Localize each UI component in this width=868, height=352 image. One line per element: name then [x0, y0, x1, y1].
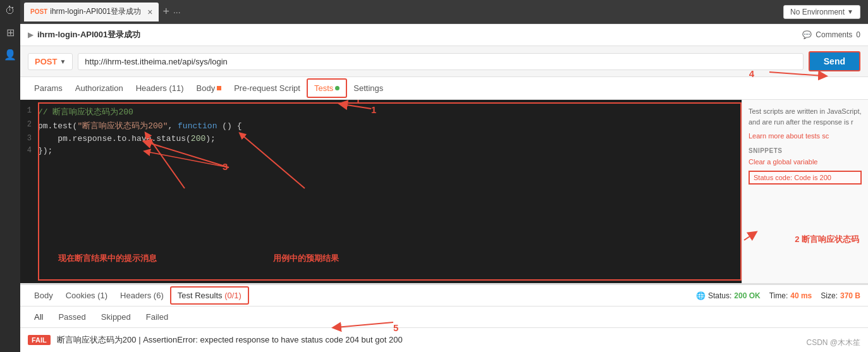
code-line-3: 3 pm.response.to.have.status(200);: [20, 133, 742, 145]
editor-area: 1 // 断言响应状态码为200 2 pm.test("断言响应状态码为200"…: [20, 100, 868, 283]
tab-more-icon[interactable]: ···: [173, 7, 181, 17]
response-tab-cookies[interactable]: Cookies (1): [59, 286, 114, 305]
tab-body[interactable]: Body: [190, 78, 228, 98]
response-tab-testresults[interactable]: Test Results (0/1): [170, 286, 249, 305]
tab-tests[interactable]: Tests: [307, 78, 347, 98]
header-row: ▶ ihrm-login-API001登录成功 💬 Comments 0: [20, 24, 868, 46]
tab-settings[interactable]: Settings: [347, 78, 389, 98]
line-num-2: 2: [20, 120, 38, 129]
filter-all[interactable]: All: [28, 310, 49, 324]
layers-icon[interactable]: ⊞: [6, 27, 15, 39]
no-env-label: No Environment: [790, 8, 845, 16]
snippets-title: SNIPPETS: [749, 147, 862, 154]
csdn-watermark: CSDN @木木笙: [806, 337, 860, 348]
tab-bar: POST ihrm-login-API001登录成功 × + ··· No En…: [20, 0, 868, 24]
comments-label: Comments: [816, 30, 852, 39]
users-icon[interactable]: 👤: [4, 49, 16, 61]
annotation-num-1: 1: [355, 100, 360, 106]
response-tab-body[interactable]: Body: [28, 286, 59, 305]
size-label: Size:: [821, 291, 838, 300]
breadcrumb-title: ihrm-login-API001登录成功: [37, 29, 802, 40]
method-label: POST: [35, 57, 57, 66]
code-editor[interactable]: 1 // 断言响应状态码为200 2 pm.test("断言响应状态码为200"…: [20, 100, 742, 283]
method-selector[interactable]: POST ▼: [28, 53, 73, 70]
tab-title: ihrm-login-API001登录成功: [50, 6, 141, 17]
filter-passed[interactable]: Passed: [52, 310, 92, 324]
hints-text: Test scripts are written in JavaScript, …: [749, 106, 862, 127]
filter-tabs: All Passed Skipped Failed: [20, 306, 868, 328]
comments-count: 0: [856, 30, 860, 39]
env-dropdown-icon: ▼: [847, 8, 853, 15]
comments-icon: 💬: [802, 30, 812, 39]
test-results-badge: (0/1): [224, 291, 241, 300]
time-value: 40 ms: [790, 291, 812, 300]
line-content-4: });: [38, 146, 52, 155]
fail-badge: FAIL: [28, 335, 51, 345]
line-num-1: 1: [20, 106, 38, 115]
annotation-label-1: 现在断言结果中的提示消息: [58, 253, 157, 264]
code-line-4: 4 });: [20, 145, 742, 157]
code-line-1: 1 // 断言响应状态码为200: [20, 105, 742, 119]
tab-params[interactable]: Params: [28, 78, 69, 98]
comments-button[interactable]: 💬 Comments 0: [802, 30, 860, 39]
response-status-row: 🌐 Status: 200 OK Time: 40 ms Size: 370 B: [696, 291, 860, 300]
response-tabs: Body Cookies (1) Headers (6) Test Result…: [20, 285, 868, 306]
url-input[interactable]: [78, 53, 803, 70]
globe-icon: 🌐: [696, 291, 706, 300]
tests-dot: [335, 86, 339, 90]
active-tab[interactable]: POST ihrm-login-API001登录成功 ×: [24, 3, 159, 21]
size-value: 370 B: [840, 291, 860, 300]
no-environment-button[interactable]: No Environment ▼: [783, 5, 860, 19]
status-label: Status:: [708, 291, 731, 300]
request-bar: POST ▼ Send: [20, 46, 868, 77]
response-tab-headers[interactable]: Headers (6): [114, 286, 170, 305]
nav-tabs: Params Authorization Headers (11) Body P…: [20, 77, 868, 100]
body-dot: [217, 86, 221, 90]
status-value: 200 OK: [734, 291, 760, 300]
app-wrapper: ⏱ ⊞ 👤 POST ihrm-login-API001登录成功 × + ···…: [0, 0, 868, 352]
time-label: Time:: [769, 291, 788, 300]
method-arrow-icon: ▼: [59, 58, 66, 65]
line-num-3: 3: [20, 134, 38, 143]
line-content-3: pm.response.to.have.status(200);: [38, 134, 216, 143]
send-button[interactable]: Send: [809, 51, 860, 71]
snippet-status-box[interactable]: Status code: Code is 200: [749, 171, 862, 185]
tab-close-icon[interactable]: ×: [147, 7, 152, 17]
tab-authorization[interactable]: Authorization: [69, 78, 130, 98]
tab-headers[interactable]: Headers (11): [130, 78, 190, 98]
hints-panel: Test scripts are written in JavaScript, …: [742, 100, 868, 283]
response-area: Body Cookies (1) Headers (6) Test Result…: [20, 283, 868, 352]
sidebar: ⏱ ⊞ 👤: [0, 0, 20, 352]
line-num-4: 4: [20, 146, 38, 155]
tab-method: POST: [30, 8, 47, 15]
line-content-2: pm.test("断言响应状态码为200", function () {: [38, 120, 241, 131]
line-content-1: // 断言响应状态码为200: [38, 106, 133, 118]
clock-icon[interactable]: ⏱: [5, 5, 15, 16]
fail-text: 断言响应状态码为200 | AssertionError: expected r…: [57, 334, 403, 346]
tab-prerequest[interactable]: Pre-request Script: [228, 78, 307, 98]
filter-skipped[interactable]: Skipped: [95, 310, 137, 324]
snippet-clear-global[interactable]: Clear a global variable: [749, 158, 862, 166]
breadcrumb-arrow-icon: ▶: [28, 30, 34, 39]
filter-failed[interactable]: Failed: [140, 310, 174, 324]
code-line-2: 2 pm.test("断言响应状态码为200", function () {: [20, 119, 742, 133]
learn-more-link[interactable]: Learn more about tests sc: [749, 132, 829, 140]
tab-add-icon[interactable]: +: [162, 5, 169, 18]
test-result-row: FAIL 断言响应状态码为200 | AssertionError: expec…: [20, 328, 868, 352]
annotation-label-2: 用例中的预期结果: [273, 253, 339, 264]
